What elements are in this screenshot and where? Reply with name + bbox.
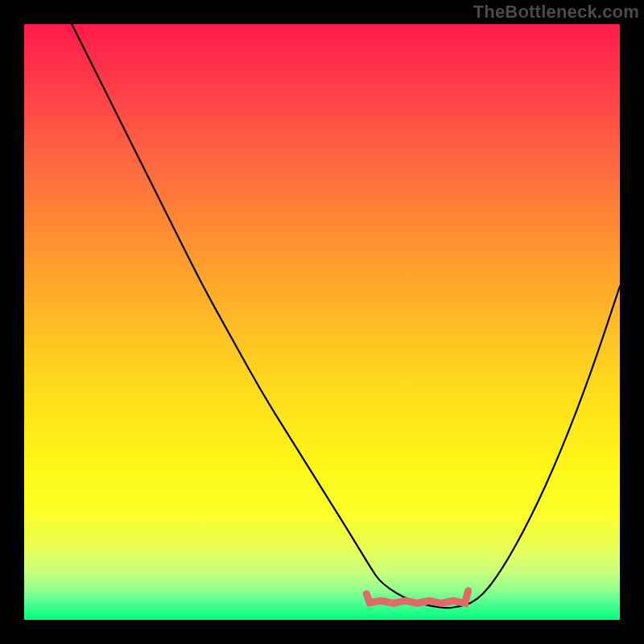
watermark-text: TheBottleneck.com (473, 2, 639, 23)
flat-bottom-marker-path (366, 591, 468, 604)
bottleneck-curve-path (72, 24, 620, 608)
plot-area (24, 24, 620, 620)
chart-frame: TheBottleneck.com (0, 0, 644, 644)
curve-svg (24, 24, 620, 620)
